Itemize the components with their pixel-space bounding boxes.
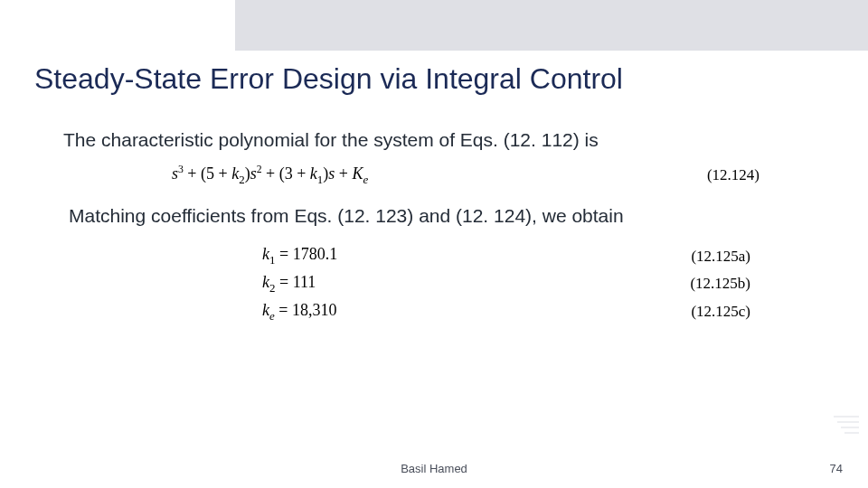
slide-author: Basil Hamed	[0, 462, 868, 475]
intro-line-1: The characteristic polynomial for the sy…	[63, 128, 823, 153]
eq-12-125a-expr: k1 = 1780.1	[262, 245, 669, 267]
eq-12-125a-tag: (12.125a)	[669, 248, 750, 266]
header-band	[235, 0, 868, 51]
eq-12-125c-tag: (12.125c)	[669, 303, 750, 321]
ke-value: 18,310	[292, 301, 337, 319]
eq-12-125b-expr: k2 = 111	[262, 273, 669, 296]
slide-title: Steady-State Error Design via Integral C…	[34, 62, 623, 96]
k1-value: 1780.1	[293, 245, 338, 263]
slide-number: 74	[830, 462, 843, 475]
corner-decoration	[834, 416, 859, 452]
intro-line-2: Matching coefficients from Eqs. (12. 123…	[69, 204, 823, 229]
k2-value: 111	[293, 273, 316, 291]
slide-body: The characteristic polynomial for the sy…	[63, 128, 823, 341]
equation-12-124-tag: (12.124)	[678, 166, 760, 184]
equation-12-124-expr: s3 + (5 + k2)s2 + (3 + k1)s + Ke	[172, 164, 678, 187]
equation-12-124: s3 + (5 + k2)s2 + (3 + k1)s + Ke (12.124…	[172, 164, 760, 187]
eq-12-125c-expr: ke = 18,310	[262, 301, 669, 324]
equation-group-12-125: k1 = 1780.1 (12.125a) k2 = 111 (12.125b)…	[262, 245, 750, 323]
eq-12-125b-tag: (12.125b)	[669, 275, 750, 293]
